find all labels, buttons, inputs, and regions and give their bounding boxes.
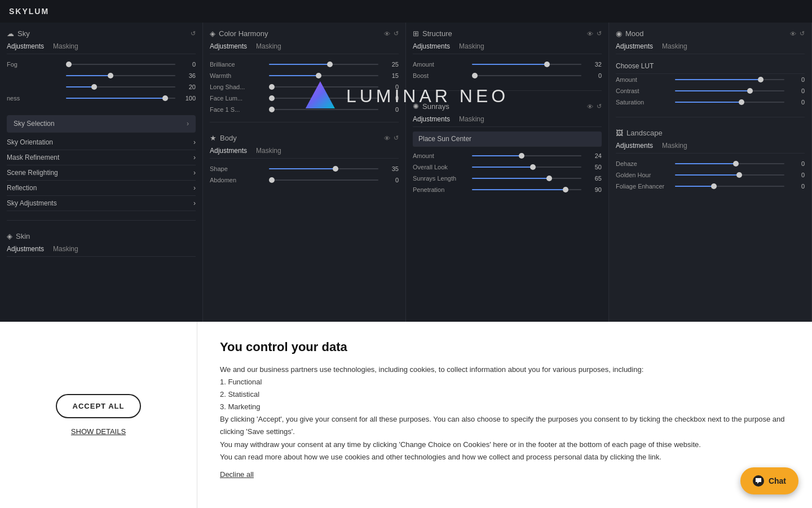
body-vis-icon[interactable]: 👁 — [384, 135, 390, 142]
color-harmony-tab-mask[interactable]: Masking — [256, 42, 281, 50]
saturation-mood-value: 0 — [789, 99, 805, 106]
body-tab-adj[interactable]: Adjustments — [210, 147, 247, 155]
warmth-label: Warmth — [210, 72, 264, 79]
val20-row: 20 — [7, 81, 196, 93]
cookie-body-line-5: You may withdraw your consent at any tim… — [220, 440, 701, 449]
landscape-tab-mask[interactable]: Masking — [662, 142, 687, 150]
mood-tab-adj[interactable]: Adjustments — [616, 42, 653, 50]
sky-tab-adjustments[interactable]: Adjustments — [7, 42, 44, 50]
shape-row: Shape 35 — [210, 163, 399, 174]
sky-adjustments-row[interactable]: Sky Adjustments › — [7, 196, 196, 211]
svg-marker-0 — [306, 81, 335, 108]
skin-tab-adjustments[interactable]: Adjustments — [7, 245, 44, 253]
scene-relighting-expand[interactable]: › — [193, 169, 196, 177]
mood-tab-mask[interactable]: Masking — [662, 42, 687, 50]
face1s-label: Face 1 S... — [210, 106, 264, 113]
sky-selection-row[interactable]: Sky Selection › — [7, 115, 196, 133]
structure-vis-icon[interactable]: 👁 — [587, 30, 593, 37]
sky-adjustments-expand[interactable]: › — [193, 199, 196, 207]
sunrays-length-track[interactable] — [472, 178, 581, 179]
shape-label: Shape — [210, 165, 264, 172]
golden-hour-track[interactable] — [675, 174, 784, 176]
mask-refinement-row[interactable]: Mask Refinement › — [7, 150, 196, 165]
structure-tabs: Adjustments Masking — [413, 42, 602, 54]
overall-look-label: Overall Look — [413, 164, 467, 170]
body-reset-icon[interactable]: ↺ — [394, 134, 399, 142]
golden-hour-value: 0 — [789, 172, 805, 178]
sunrays-tab-mask[interactable]: Masking — [459, 115, 484, 123]
color-harmony-tab-adj[interactable]: Adjustments — [210, 42, 247, 50]
dehaze-track[interactable] — [675, 163, 784, 164]
skin-tab-masking[interactable]: Masking — [53, 245, 78, 253]
contrast-mood-label: Contrast — [616, 87, 670, 94]
val100-track[interactable] — [66, 98, 175, 99]
saturation-mood-track[interactable] — [675, 102, 784, 103]
amount-structure-row: Amount 32 — [413, 59, 602, 70]
sky-adjustments-label: Sky Adjustments — [7, 199, 57, 207]
sky-orientation-expand[interactable]: › — [193, 138, 196, 146]
overall-look-row: Overall Look 50 — [413, 161, 602, 173]
cookie-body-line-3: 3. Marketing — [220, 402, 261, 411]
scene-relighting-row[interactable]: Scene Relighting › — [7, 165, 196, 181]
sunrays-tab-adj[interactable]: Adjustments — [413, 115, 450, 123]
choose-lut-row[interactable]: Choose LUT — [616, 59, 805, 74]
brilliance-row: Brilliance 25 — [210, 59, 399, 70]
chat-button[interactable]: Chat — [740, 467, 798, 494]
structure-reset-icon[interactable]: ↺ — [597, 30, 602, 37]
reflection-expand[interactable]: › — [193, 184, 196, 192]
decline-link[interactable]: Decline all — [220, 470, 254, 479]
accept-all-button[interactable]: ACCEPT ALL — [56, 394, 142, 418]
place-sun-label: Place Sun Center — [418, 135, 471, 143]
reflection-row[interactable]: Reflection › — [7, 181, 196, 196]
penetration-label: Penetration — [413, 186, 467, 193]
mood-reset-icon[interactable]: ↺ — [800, 30, 805, 37]
warmth-value: 15 — [383, 72, 399, 79]
amount-sunrays-track[interactable] — [472, 155, 581, 156]
sunrays-vis-icon[interactable]: 👁 — [587, 103, 593, 110]
show-details-button[interactable]: SHOW DETAILS — [71, 427, 126, 436]
skin-tabs: Adjustments Masking — [7, 245, 196, 257]
warmth-track[interactable] — [269, 75, 378, 76]
boost-track[interactable] — [472, 75, 581, 76]
structure-header: ⊞ Structure 👁 ↺ — [413, 23, 602, 42]
overall-look-track[interactable] — [472, 167, 581, 168]
amount-structure-track[interactable] — [472, 64, 581, 65]
color-harmony-reset-icon[interactable]: ↺ — [394, 30, 399, 37]
structure-title: Structure — [422, 29, 452, 38]
body-tab-mask[interactable]: Masking — [256, 147, 281, 155]
dehaze-value: 0 — [789, 160, 805, 167]
foliage-track[interactable] — [675, 186, 784, 187]
structure-tab-mask[interactable]: Masking — [459, 42, 484, 50]
sky-tab-masking[interactable]: Masking — [53, 42, 78, 50]
place-sun-row[interactable]: Place Sun Center — [413, 132, 602, 147]
face-lum-label: Face Lum... — [210, 95, 264, 102]
sky-selection-expand[interactable]: › — [187, 120, 189, 128]
landscape-title: Landscape — [626, 129, 663, 137]
body-panel-header: ★ Body 👁 ↺ — [210, 127, 399, 147]
structure-tab-adj[interactable]: Adjustments — [413, 42, 450, 50]
palette-icon: ◈ — [210, 29, 215, 38]
val36-track[interactable] — [66, 75, 175, 76]
mood-vis-icon[interactable]: 👁 — [790, 30, 796, 37]
cookie-body-line-4: By clicking 'Accept', you give your cons… — [220, 415, 785, 436]
penetration-track[interactable] — [472, 189, 581, 190]
sky-orientation-row[interactable]: Sky Orientation › — [7, 135, 196, 150]
sky-reset-icon[interactable]: ↺ — [191, 30, 196, 37]
contrast-mood-track[interactable] — [675, 90, 784, 91]
skylum-logo: SKYLUM — [9, 7, 49, 16]
amount-mood-track[interactable] — [675, 79, 784, 80]
structure-panel: ⊞ Structure 👁 ↺ Adjustments Masking Amou… — [406, 23, 609, 344]
abdomen-row: Abdomen 0 — [210, 174, 399, 186]
sunrays-reset-icon[interactable]: ↺ — [597, 103, 602, 110]
shape-track[interactable] — [269, 168, 378, 169]
brilliance-track[interactable] — [269, 64, 378, 65]
landscape-tab-adj[interactable]: Adjustments — [616, 142, 653, 150]
mask-refinement-expand[interactable]: › — [193, 154, 196, 161]
val20-track[interactable] — [66, 86, 175, 87]
fog-track[interactable] — [66, 64, 175, 65]
amount-structure-value: 32 — [586, 61, 602, 68]
penetration-value: 90 — [586, 186, 602, 193]
color-harmony-vis-icon[interactable]: 👁 — [384, 30, 390, 37]
abdomen-track[interactable] — [269, 179, 378, 181]
landscape-tabs: Adjustments Masking — [616, 142, 805, 154]
